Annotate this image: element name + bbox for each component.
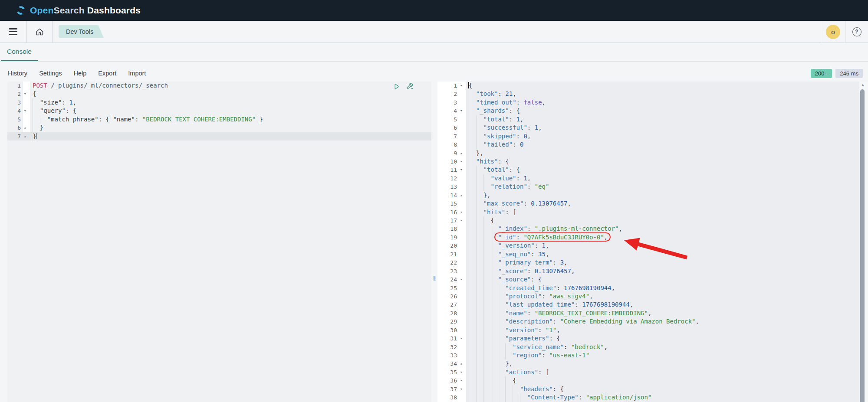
fold-toggle-icon[interactable]: ▾ [459, 275, 466, 284]
fold-toggle-icon[interactable]: ▾ [459, 385, 466, 393]
fold-gutter [459, 393, 466, 402]
code-text: "parameters": { [466, 334, 859, 343]
fold-toggle-icon[interactable]: ▴ [23, 132, 30, 141]
indent-guide [469, 393, 476, 402]
code-line[interactable]: 10▾"hits": { [437, 157, 859, 166]
scrollbar-thumb[interactable] [860, 89, 865, 402]
toolbar-item-export[interactable]: Export [98, 70, 116, 77]
code-line[interactable]: 7"skipped": 0, [437, 132, 859, 141]
code-text: } [30, 124, 431, 132]
code-line[interactable]: 13"relation": "eq" [437, 183, 859, 191]
code-token: , [571, 268, 575, 275]
code-line[interactable]: 28"name": "BEDROCK_TEXT_COHERE:EMBEDDING… [437, 309, 859, 317]
fold-toggle-icon[interactable]: ▴ [459, 191, 466, 199]
fold-toggle-icon[interactable]: ▾ [459, 166, 466, 174]
line-number: 15 [437, 199, 459, 208]
indent-guide [469, 208, 476, 216]
tab-console[interactable]: Console [1, 43, 38, 61]
code-line[interactable]: 32"service_name": "bedrock", [437, 343, 859, 351]
fold-toggle-icon[interactable]: ▾ [23, 107, 30, 115]
code-line[interactable]: 2"took": 21, [437, 90, 859, 98]
code-token: : [498, 90, 505, 97]
code-line[interactable]: 17▾{ [437, 216, 859, 225]
code-line[interactable]: 16▾"hits": [ [437, 208, 859, 216]
fold-toggle-icon[interactable]: ▾ [459, 82, 466, 90]
code-line[interactable]: 1▾{ [437, 82, 859, 90]
code-line[interactable]: 4▾"_shards": { [437, 107, 859, 115]
fold-toggle-icon[interactable]: ▾ [459, 208, 466, 216]
code-line[interactable]: 27"last_updated_time": 1767698190944, [437, 301, 859, 309]
indent-guide [491, 368, 498, 376]
code-line[interactable]: 11▾"total": { [437, 166, 859, 174]
code-line[interactable]: 20"_version": 1, [437, 242, 859, 250]
toolbar-item-history[interactable]: History [8, 70, 27, 77]
response-viewer[interactable]: 1▾{2"took": 21,3"timed_out": false,4▾"_s… [437, 82, 859, 402]
code-line[interactable]: 6"successful": 1, [437, 124, 859, 132]
code-line[interactable]: 35▾"actions": [ [437, 368, 859, 376]
fold-toggle-icon[interactable]: ▾ [459, 368, 466, 376]
code-line[interactable]: 31▾"parameters": { [437, 334, 859, 343]
code-line[interactable]: 30"version": "1", [437, 326, 859, 334]
line-number: 37 [437, 385, 459, 393]
code-line[interactable]: 1POST /_plugins/_ml/connectors/_search [7, 82, 431, 90]
fold-toggle-icon[interactable]: ▾ [459, 107, 466, 115]
code-line[interactable]: 21"_seq_no": 35, [437, 250, 859, 258]
vertical-scrollbar[interactable]: ▲ [859, 82, 868, 402]
request-settings-wrench-icon[interactable] [406, 83, 414, 90]
code-line[interactable]: 4▾"query": { [7, 107, 431, 115]
code-line[interactable]: 23"_score": 0.13076457, [437, 267, 859, 275]
code-line[interactable]: 25"created_time": 1767698190944, [437, 284, 859, 292]
menu-button[interactable] [0, 21, 26, 42]
code-line[interactable]: 6▴} [7, 124, 431, 132]
code-line[interactable]: 9▴}, [437, 149, 859, 157]
code-line[interactable]: 5"match_phrase": { "name": "BEDROCK_TEXT… [7, 115, 431, 124]
breadcrumb-devtools[interactable]: Dev Tools [59, 25, 104, 38]
opensearch-logo[interactable]: OpenSearch Dashboards [16, 5, 141, 16]
fold-toggle-icon[interactable]: ▾ [23, 90, 30, 98]
send-request-button[interactable] [393, 83, 401, 90]
fold-toggle-icon[interactable]: ▾ [459, 334, 466, 343]
fold-toggle-icon[interactable]: ▾ [459, 376, 466, 385]
code-line[interactable]: 7▴} [7, 132, 431, 141]
code-line[interactable]: 34▴}, [437, 360, 859, 368]
fold-toggle-icon[interactable]: ▴ [459, 360, 466, 368]
code-line[interactable]: 33"region": "us-east-1" [437, 351, 859, 360]
help-button[interactable]: ? [845, 21, 868, 42]
line-number: 27 [437, 301, 459, 309]
scrollbar-up-icon[interactable]: ▲ [859, 82, 866, 87]
toolbar-item-help[interactable]: Help [74, 70, 87, 77]
toolbar-item-import[interactable]: Import [128, 70, 146, 77]
code-line[interactable]: 18"_index": ".plugins-ml-connector", [437, 225, 859, 233]
code-line[interactable]: 26"protocol": "aws_sigv4", [437, 292, 859, 301]
request-actions [393, 83, 414, 90]
indent-guide [469, 115, 476, 124]
fold-toggle-icon[interactable]: ▾ [459, 157, 466, 166]
home-button[interactable] [27, 21, 52, 42]
code-line[interactable]: 15"max_score": 0.13076457, [437, 199, 859, 208]
code-line[interactable]: 19"_id": "Q7AFk5sBduC3JRUY0o-0", [437, 233, 859, 242]
line-number: 2 [437, 90, 459, 98]
panel-resizer[interactable]: ‖ [431, 82, 437, 402]
toolbar-item-settings[interactable]: Settings [39, 70, 62, 77]
code-line[interactable]: 24▾"_source": { [437, 275, 859, 284]
code-line[interactable]: 3"size": 1, [7, 98, 431, 107]
account-button[interactable]: o [821, 21, 845, 42]
code-line[interactable]: 3"timed_out": false, [437, 98, 859, 107]
code-line[interactable]: 5"total": 1, [437, 115, 859, 124]
code-token: } [256, 116, 263, 123]
indent-guide [469, 191, 476, 199]
fold-toggle-icon[interactable]: ▴ [459, 149, 466, 157]
code-line[interactable]: 14▴}, [437, 191, 859, 199]
code-line[interactable]: 37▾"headers": { [437, 385, 859, 393]
indent-guide [491, 225, 498, 233]
code-line[interactable]: 29"description": "Cohere Embedding via A… [437, 317, 859, 326]
code-line[interactable]: 12"value": 1, [437, 174, 859, 183]
request-editor[interactable]: 1POST /_plugins/_ml/connectors/_search2▾… [7, 82, 431, 402]
code-line[interactable]: 8"failed": 0 [437, 141, 859, 149]
code-line[interactable]: 38"Content-Type": "application/json" [437, 393, 859, 402]
fold-toggle-icon[interactable]: ▴ [23, 124, 30, 132]
code-line[interactable]: 22"_primary_term": 3, [437, 258, 859, 267]
code-line[interactable]: 2▾{ [7, 90, 431, 98]
fold-toggle-icon[interactable]: ▾ [459, 216, 466, 225]
code-line[interactable]: 36▾{ [437, 376, 859, 385]
